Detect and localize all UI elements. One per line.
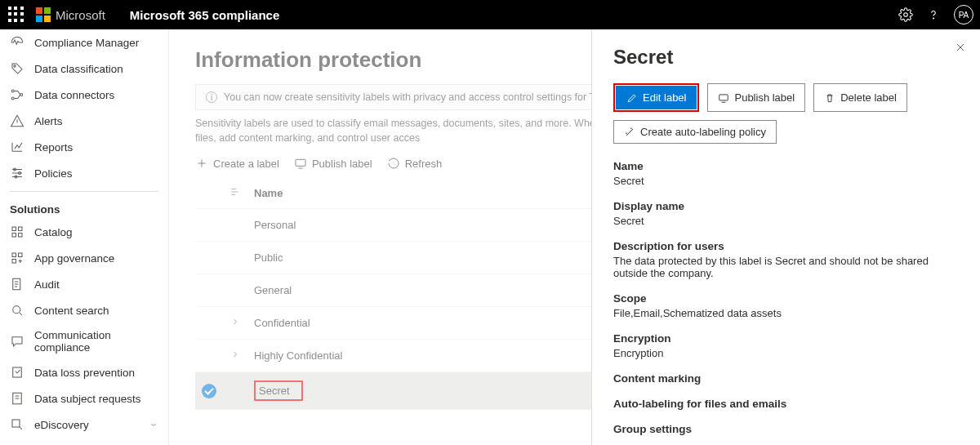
edit-highlight: Edit label — [613, 83, 699, 112]
main-content: Information protection i You can now cre… — [169, 29, 980, 445]
svg-rect-42 — [719, 94, 728, 100]
chart-icon — [10, 140, 24, 154]
nav-label: Catalog — [34, 226, 73, 238]
prop-value: The data protected by this label is Secr… — [613, 255, 959, 279]
apps-icon — [10, 251, 24, 265]
svg-rect-9 — [12, 227, 16, 231]
nav-label: Communication compliance — [34, 329, 158, 354]
nav-item-data-classification[interactable]: Data classification — [0, 56, 168, 82]
svg-point-4 — [11, 97, 14, 100]
prop-value: File,Email,Schematized data assets — [613, 307, 959, 319]
settings-icon[interactable] — [898, 7, 913, 22]
refresh-button[interactable]: Refresh — [387, 157, 443, 170]
prop-label: Scope — [613, 292, 959, 305]
pencil-icon — [626, 92, 638, 104]
nav-item-data-subject-requests[interactable]: Data subject requests — [0, 385, 168, 412]
nav-label: App governance — [34, 252, 114, 265]
brand-text: Microsoft — [56, 8, 105, 22]
svg-rect-13 — [12, 253, 16, 257]
nav-item-alerts[interactable]: Alerts — [0, 108, 168, 134]
prop-value: Encryption — [613, 347, 959, 359]
sidebar: Compliance ManagerData classificationDat… — [0, 29, 169, 445]
svg-rect-23 — [296, 159, 305, 166]
refresh-icon — [387, 157, 400, 170]
prop-label: Auto-labeling for files and emails — [613, 398, 959, 410]
prop-label: Name — [613, 160, 959, 172]
app-title: Microsoft 365 compliance — [130, 8, 279, 22]
close-icon[interactable] — [954, 41, 967, 54]
chevron-right-icon[interactable] — [230, 317, 240, 327]
nav-label: Content search — [34, 305, 109, 317]
solutions-heading: Solutions — [0, 197, 168, 219]
ms-logo-icon — [36, 7, 51, 22]
alert-icon — [10, 113, 24, 128]
svg-point-3 — [11, 90, 14, 92]
sliders-icon — [10, 166, 24, 180]
highlighted-name: Secret — [254, 380, 303, 401]
svg-rect-20 — [12, 420, 20, 427]
publish-label-panel-button[interactable]: Publish label — [707, 83, 805, 112]
svg-rect-11 — [12, 234, 16, 238]
chevron-right-icon[interactable] — [230, 349, 240, 359]
nav-item-data-loss-prevention[interactable]: Data loss prevention — [0, 359, 168, 385]
request-icon — [10, 391, 24, 406]
nav-item-data-connectors[interactable]: Data connectors — [0, 82, 168, 108]
trash-icon — [824, 92, 835, 104]
create-autolabeling-button[interactable]: Create auto-labeling policy — [613, 120, 777, 144]
ms-logo: Microsoft — [36, 7, 105, 22]
svg-point-0 — [904, 13, 908, 17]
topbar: Microsoft Microsoft 365 compliance PA — [0, 0, 980, 29]
wand-icon — [624, 127, 635, 138]
nav-label: Compliance Manager — [34, 37, 139, 49]
nav-label: Data connectors — [34, 89, 114, 101]
nav-item-content-search[interactable]: Content search — [0, 297, 168, 323]
prop-label: Content marking — [613, 372, 959, 385]
gauge-icon — [10, 35, 24, 50]
nav-label: eDiscovery — [34, 419, 89, 431]
connector-icon — [10, 87, 24, 102]
audit-icon — [10, 277, 24, 291]
prop-label: Encryption — [613, 332, 959, 345]
svg-rect-18 — [13, 367, 22, 377]
nav-label: Alerts — [34, 115, 63, 127]
details-panel: Secret Edit label Publish label Delete l… — [591, 29, 980, 445]
nav-item-compliance-manager[interactable]: Compliance Manager — [0, 29, 168, 56]
prop-label: Group settings — [613, 423, 959, 435]
chat-icon — [10, 334, 24, 349]
row-checked-icon[interactable] — [202, 384, 216, 398]
nav-item-policies[interactable]: Policies — [0, 160, 168, 186]
nav-label: Reports — [34, 141, 73, 154]
help-icon[interactable] — [926, 7, 941, 22]
svg-point-2 — [14, 65, 16, 67]
prop-value: Secret — [613, 215, 959, 227]
nav-item-catalog[interactable]: Catalog — [0, 219, 168, 245]
nav-label: Policies — [34, 167, 73, 180]
plus-icon — [195, 157, 208, 170]
nav-item-app-governance[interactable]: App governance — [0, 245, 168, 271]
nav-item-ediscovery[interactable]: eDiscovery — [0, 412, 168, 438]
prop-label: Display name — [613, 200, 959, 212]
nav-item-communication-compliance[interactable]: Communication compliance — [0, 323, 168, 359]
publish-icon — [294, 157, 307, 170]
user-avatar[interactable]: PA — [954, 5, 973, 24]
prop-value: Secret — [613, 175, 959, 187]
nav-item-reports[interactable]: Reports — [0, 134, 168, 160]
delete-label-button[interactable]: Delete label — [813, 83, 907, 112]
create-label-button[interactable]: Create a label — [195, 157, 279, 170]
sort-icon[interactable] — [229, 186, 241, 198]
nav-separator — [10, 191, 158, 192]
nav-item-audit[interactable]: Audit — [0, 271, 168, 297]
svg-point-17 — [13, 306, 20, 314]
grid-icon — [10, 225, 24, 239]
nav-label: Data loss prevention — [34, 367, 135, 379]
search-icon — [10, 303, 24, 318]
app-launcher-icon[interactable] — [8, 7, 24, 23]
publish-label-button[interactable]: Publish label — [294, 157, 372, 170]
prop-label: Description for users — [613, 240, 959, 252]
ediscovery-icon — [10, 417, 24, 432]
svg-rect-10 — [19, 227, 23, 231]
nav-item-information-governance[interactable]: Information governance — [0, 438, 168, 445]
publish-icon — [718, 92, 729, 104]
nav-label: Data subject requests — [34, 393, 141, 405]
edit-label-button[interactable]: Edit label — [616, 86, 697, 109]
